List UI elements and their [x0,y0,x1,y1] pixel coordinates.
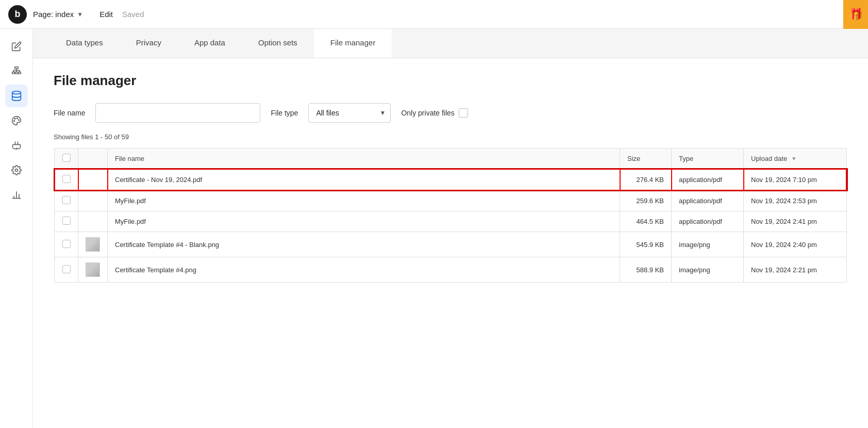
sidebar-item-settings[interactable] [5,159,28,182]
row-size-cell: 259.6 KB [620,190,672,211]
row-check-cell [55,257,78,283]
svg-point-12 [14,118,15,119]
table-header: File name Size Type Upload date ▼ [55,149,847,170]
th-size: Size [620,149,672,170]
page-chevron-icon: ▼ [77,11,83,18]
row-checkbox[interactable] [62,217,71,225]
sidebar-item-plugin[interactable] [5,134,28,157]
only-private-checkbox[interactable] [459,108,468,118]
row-name-cell[interactable]: Certificate Template #4 - Blank.png [108,232,620,257]
row-name-cell[interactable]: MyFile.pdf [108,211,620,232]
showing-label: Showing files 1 - 50 of 59 [54,133,847,141]
page-content: File manager File name File type All fil… [33,58,868,297]
tab-option-sets[interactable]: Option sets [242,29,314,58]
row-size-cell: 464.5 KB [620,211,672,232]
th-date[interactable]: Upload date ▼ [744,149,847,170]
row-date-cell: Nov 19, 2024 7:10 pm [744,169,847,190]
saved-status: Saved [122,10,144,19]
th-name: File name [108,149,620,170]
row-thumb-cell [78,190,108,211]
topbar: b Page: index ▼ Edit Saved 🎁 [0,0,868,29]
gift-icon[interactable]: 🎁 [843,0,868,29]
table-row: Certificate Template #4 - Blank.png 545.… [55,232,847,257]
header-checkbox[interactable] [62,154,71,162]
sort-icon: ▼ [791,156,796,161]
svg-rect-2 [15,72,18,74]
table-body: Certificate - Nov 19, 2024.pdf 276.4 KB … [55,169,847,283]
row-thumb-cell [78,169,108,190]
edit-button[interactable]: Edit [99,10,113,19]
sidebar-item-hierarchy[interactable] [5,60,28,83]
tab-file-manager[interactable]: File manager [314,29,392,58]
svg-point-9 [12,91,21,94]
svg-point-13 [13,121,14,122]
svg-rect-3 [18,72,21,74]
tab-app-data[interactable]: App data [178,29,242,58]
row-checkbox[interactable] [62,240,71,248]
row-date-cell: Nov 19, 2024 2:40 pm [744,232,847,257]
row-name-cell[interactable]: Certificate - Nov 19, 2024.pdf [108,169,620,190]
file-name-input[interactable] [95,103,260,123]
page-selector[interactable]: Page: index ▼ [33,10,83,19]
tab-privacy[interactable]: Privacy [120,29,178,58]
svg-point-17 [15,169,18,172]
row-type-cell: application/pdf [672,169,744,190]
th-thumb [78,149,108,170]
sidebar-item-chart[interactable] [5,184,28,206]
row-thumb-cell [78,232,108,257]
svg-point-10 [16,118,18,119]
file-name-label: File name [54,109,85,117]
sidebar-item-pencil[interactable] [5,35,28,58]
row-size-cell: 276.4 KB [620,169,672,190]
table-row: MyFile.pdf 464.5 KB application/pdf Nov … [55,211,847,232]
tab-data-types[interactable]: Data types [49,29,120,58]
page-title: File manager [54,73,847,89]
thumbnail-image [86,262,100,277]
sidebar-item-palette[interactable] [5,109,28,132]
sidebar [0,29,33,428]
table-row: Certificate - Nov 19, 2024.pdf 276.4 KB … [55,169,847,190]
row-size-cell: 545.9 KB [620,232,672,257]
only-private-filter: Only private files [401,108,468,118]
only-private-label: Only private files [401,109,454,117]
row-checkbox[interactable] [62,265,71,273]
table-row: MyFile.pdf 259.6 KB application/pdf Nov … [55,190,847,211]
th-check [55,149,78,170]
file-type-label: File type [271,109,298,117]
svg-rect-1 [12,72,14,74]
sidebar-item-database[interactable] [5,85,28,107]
row-name-cell[interactable]: MyFile.pdf [108,190,620,211]
content-area: Data types Privacy App data Option sets … [33,29,868,428]
row-check-cell [55,190,78,211]
th-type: Type [672,149,744,170]
svg-point-11 [18,120,19,121]
row-type-cell: image/png [672,232,744,257]
row-check-cell [55,169,78,190]
logo: b [8,5,27,24]
tab-bar: Data types Privacy App data Option sets … [33,29,868,58]
thumbnail-image [86,237,100,252]
row-type-cell: application/pdf [672,190,744,211]
row-date-cell: Nov 19, 2024 2:41 pm [744,211,847,232]
row-size-cell: 588.9 KB [620,257,672,283]
row-thumb-cell [78,211,108,232]
row-thumb-cell [78,257,108,283]
row-check-cell [55,232,78,257]
row-check-cell [55,211,78,232]
row-date-cell: Nov 19, 2024 2:53 pm [744,190,847,211]
row-name-cell[interactable]: Certificate Template #4.png [108,257,620,283]
file-type-select[interactable]: All files Images PDFs Videos [308,103,391,123]
table-row: Certificate Template #4.png 588.9 KB ima… [55,257,847,283]
filter-row: File name File type All files Images PDF… [54,103,847,123]
row-checkbox[interactable] [62,175,71,183]
row-checkbox[interactable] [62,196,71,204]
page-label: Page: index [33,10,74,19]
row-type-cell: image/png [672,257,744,283]
file-table: File name Size Type Upload date ▼ [54,148,847,283]
row-date-cell: Nov 19, 2024 2:21 pm [744,257,847,283]
main-layout: Data types Privacy App data Option sets … [0,29,868,428]
row-type-cell: application/pdf [672,211,744,232]
file-type-select-wrap: All files Images PDFs Videos ▼ [308,103,391,123]
svg-rect-0 [14,67,18,69]
